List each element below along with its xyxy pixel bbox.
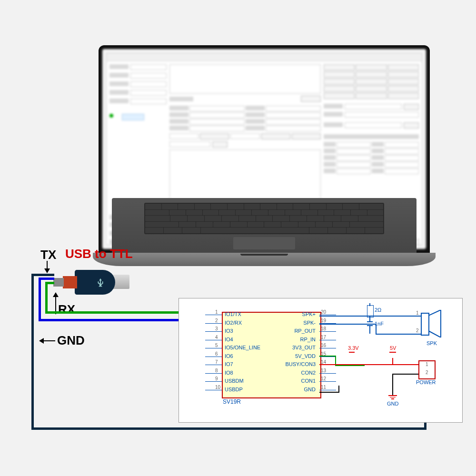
laptop	[93, 45, 436, 266]
laptop-keyboard	[112, 198, 416, 258]
gnd-wire	[31, 274, 54, 276]
gnd-symbol	[388, 395, 397, 399]
schematic-diagram: SV19R 1IO1/TX2IO2/RX3IO34IO45IO5/ONE_LIN…	[178, 298, 463, 423]
gnd-label: GND	[57, 333, 85, 348]
laptop-base	[93, 253, 436, 266]
svg-marker-0	[428, 310, 441, 337]
usb-icon	[95, 278, 106, 288]
chip-name-label: SV19R	[223, 398, 241, 405]
rx-label: RX	[58, 302, 75, 317]
tx-label: TX	[40, 248, 56, 262]
usb-to-ttl-label: USB to TTL	[65, 247, 133, 261]
usb-ttl-adapter	[53, 264, 129, 300]
